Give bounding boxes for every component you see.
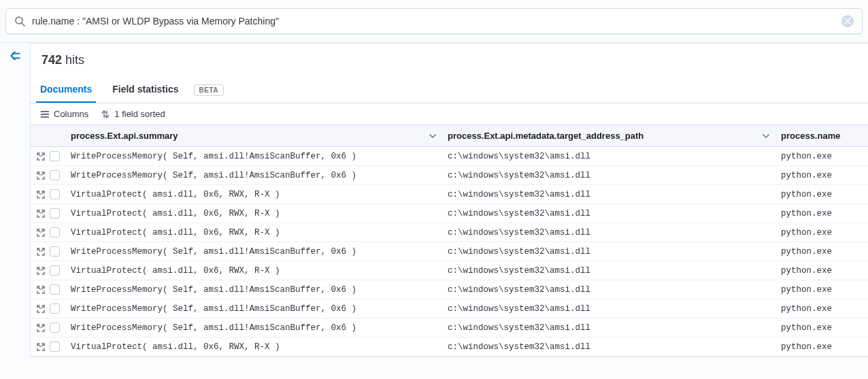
- cell-summary: VirtualProtect( amsi.dll, 0x6, RWX, R-X …: [65, 185, 442, 204]
- svg-line-25: [38, 325, 40, 327]
- table-row[interactable]: VirtualProtect( amsi.dll, 0x6, RWX, R-X …: [31, 223, 868, 242]
- row-checkbox[interactable]: [50, 189, 60, 199]
- cell-name: python.exe: [775, 280, 868, 299]
- cell-name: python.exe: [775, 337, 868, 357]
- svg-line-9: [38, 173, 40, 175]
- cell-path: c:\windows\system32\amsi.dll: [442, 337, 775, 357]
- table-row[interactable]: VirtualProtect( amsi.dll, 0x6, RWX, R-X …: [31, 337, 868, 357]
- expand-icon[interactable]: [36, 323, 46, 333]
- search-icon: [14, 16, 25, 27]
- svg-line-22: [41, 287, 44, 289]
- svg-line-11: [38, 192, 40, 194]
- table-row[interactable]: WriteProcessMemory( Self, amsi.dll!AmsiS…: [31, 147, 868, 166]
- chevron-down-icon[interactable]: [762, 132, 770, 140]
- cell-path: c:\windows\system32\amsi.dll: [442, 185, 775, 204]
- cell-summary: WriteProcessMemory( Self, amsi.dll!AmsiS…: [65, 147, 442, 166]
- tab-field-statistics[interactable]: Field statistics: [108, 77, 182, 103]
- svg-line-12: [41, 192, 44, 194]
- cell-path: c:\windows\system32\amsi.dll: [442, 166, 775, 185]
- hit-count-number: 742: [41, 53, 62, 67]
- svg-line-28: [41, 344, 44, 346]
- svg-line-19: [38, 268, 40, 270]
- row-checkbox[interactable]: [50, 170, 60, 180]
- cell-path: c:\windows\system32\amsi.dll: [442, 147, 775, 166]
- row-checkbox[interactable]: [50, 246, 60, 257]
- th-summary[interactable]: process.Ext.api.summary: [65, 125, 442, 147]
- svg-line-21: [38, 287, 40, 289]
- table-row[interactable]: WriteProcessMemory( Self, amsi.dll!AmsiS…: [31, 166, 868, 185]
- svg-rect-6: [41, 116, 49, 118]
- svg-line-13: [38, 211, 40, 213]
- cell-name: python.exe: [775, 204, 868, 223]
- th-path-label: process.Ext.api.metadata.target_address_…: [448, 131, 644, 141]
- expand-icon[interactable]: [36, 190, 46, 199]
- row-checkbox[interactable]: [50, 303, 60, 314]
- tab-documents[interactable]: Documents: [36, 77, 96, 103]
- th-path[interactable]: process.Ext.api.metadata.target_address_…: [442, 125, 775, 147]
- svg-line-26: [41, 325, 44, 327]
- expand-icon[interactable]: [36, 209, 46, 218]
- row-checkbox[interactable]: [50, 284, 60, 295]
- svg-line-24: [41, 306, 44, 308]
- chevron-down-icon[interactable]: [429, 132, 437, 140]
- svg-line-1: [22, 23, 24, 26]
- cell-name: python.exe: [775, 299, 868, 318]
- beta-badge: BETA: [194, 84, 224, 96]
- cell-summary: VirtualProtect( amsi.dll, 0x6, RWX, R-X …: [65, 261, 442, 280]
- svg-line-8: [41, 154, 44, 156]
- svg-rect-4: [41, 111, 49, 112]
- cell-path: c:\windows\system32\amsi.dll: [442, 223, 775, 242]
- svg-line-18: [41, 249, 44, 251]
- cell-summary: WriteProcessMemory( Self, amsi.dll!AmsiS…: [65, 299, 442, 318]
- table-row[interactable]: WriteProcessMemory( Self, amsi.dll!AmsiS…: [31, 280, 868, 299]
- sort-label: 1 field sorted: [114, 109, 165, 119]
- expand-icon[interactable]: [36, 304, 46, 314]
- cell-name: python.exe: [775, 147, 868, 166]
- collapse-sidebar-icon[interactable]: [0, 43, 30, 62]
- table-row[interactable]: VirtualProtect( amsi.dll, 0x6, RWX, R-X …: [31, 204, 868, 223]
- cell-summary: VirtualProtect( amsi.dll, 0x6, RWX, R-X …: [65, 223, 442, 242]
- cell-summary: WriteProcessMemory( Self, amsi.dll!AmsiS…: [65, 166, 442, 185]
- svg-line-27: [38, 344, 40, 346]
- row-checkbox[interactable]: [50, 342, 60, 352]
- expand-icon[interactable]: [36, 247, 46, 257]
- cell-name: python.exe: [775, 223, 868, 242]
- svg-line-14: [41, 211, 44, 213]
- cell-summary: WriteProcessMemory( Self, amsi.dll!AmsiS…: [65, 242, 442, 261]
- search-bar[interactable]: [5, 8, 863, 34]
- table-row[interactable]: VirtualProtect( amsi.dll, 0x6, RWX, R-X …: [31, 261, 868, 280]
- row-checkbox[interactable]: [50, 265, 60, 276]
- row-checkbox[interactable]: [50, 208, 60, 218]
- table-row[interactable]: WriteProcessMemory( Self, amsi.dll!AmsiS…: [31, 318, 868, 337]
- th-name[interactable]: process.name: [775, 125, 868, 147]
- hits-count: 742 hits: [31, 44, 868, 77]
- table-row[interactable]: WriteProcessMemory( Self, amsi.dll!AmsiS…: [31, 242, 868, 261]
- expand-icon[interactable]: [36, 228, 46, 237]
- cell-path: c:\windows\system32\amsi.dll: [442, 204, 775, 223]
- results-panel: 742 hits Documents Field statistics BETA…: [30, 43, 868, 357]
- expand-icon[interactable]: [36, 266, 46, 276]
- svg-rect-5: [41, 114, 49, 115]
- expand-icon[interactable]: [36, 171, 46, 180]
- svg-line-15: [38, 230, 40, 232]
- search-input[interactable]: [32, 16, 841, 27]
- expand-icon[interactable]: [36, 152, 46, 161]
- row-checkbox[interactable]: [50, 323, 60, 333]
- tab-field-statistics-label: Field statistics: [112, 84, 178, 95]
- expand-icon[interactable]: [36, 342, 46, 352]
- clear-icon[interactable]: [841, 15, 854, 27]
- row-checkbox[interactable]: [50, 227, 60, 237]
- table-toolbar: Columns 1 field sorted: [31, 103, 868, 125]
- cell-name: python.exe: [775, 185, 868, 204]
- table-row[interactable]: VirtualProtect( amsi.dll, 0x6, RWX, R-X …: [31, 185, 868, 204]
- cell-name: python.exe: [775, 242, 868, 261]
- th-controls: [31, 125, 65, 147]
- table-row[interactable]: WriteProcessMemory( Self, amsi.dll!AmsiS…: [31, 299, 868, 318]
- row-checkbox[interactable]: [50, 151, 60, 161]
- svg-line-7: [38, 154, 40, 156]
- cell-path: c:\windows\system32\amsi.dll: [442, 280, 775, 299]
- sort-indicator[interactable]: 1 field sorted: [101, 109, 165, 119]
- columns-button[interactable]: Columns: [40, 109, 88, 119]
- cell-path: c:\windows\system32\amsi.dll: [442, 242, 775, 261]
- expand-icon[interactable]: [36, 285, 46, 295]
